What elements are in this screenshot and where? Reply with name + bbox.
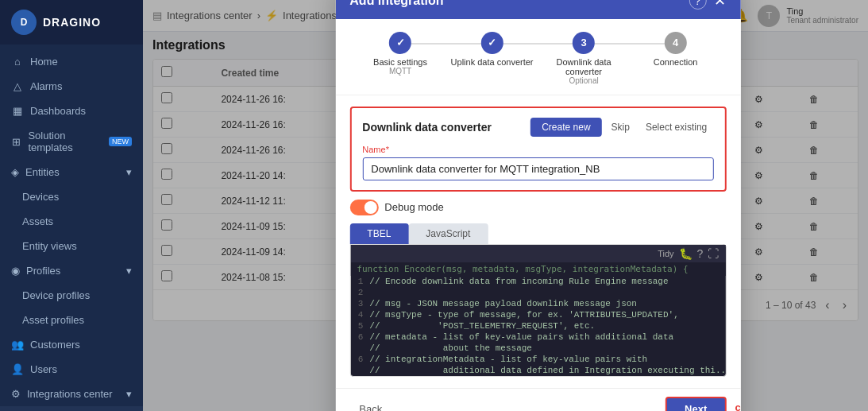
entity-views-label: Entity views	[22, 240, 77, 252]
back-button[interactable]: Back	[349, 398, 392, 412]
debug-label: Debug mode	[384, 201, 443, 213]
sidebar-item-device-profiles[interactable]: Device profiles	[0, 283, 143, 308]
code-line: // about the message	[350, 343, 725, 354]
sidebar-item-integrations[interactable]: Integrations	[0, 406, 143, 411]
sidebar-item-label: Customers	[30, 339, 80, 351]
sidebar-item-users[interactable]: 👤 Users	[0, 357, 143, 382]
line-number: 1	[350, 277, 369, 286]
sidebar-item-dashboards[interactable]: ▦ Dashboards	[0, 99, 143, 123]
sidebar-item-asset-profiles[interactable]: Asset profiles	[0, 308, 143, 332]
dashboards-icon: ▦	[11, 105, 24, 117]
name-input[interactable]	[362, 157, 713, 180]
bug-icon[interactable]: 🐛	[679, 247, 692, 260]
logo-icon: D	[11, 10, 37, 35]
sidebar-logo: D DRAGINO	[0, 0, 143, 45]
line-code: // about the message	[369, 343, 532, 353]
sidebar-item-home[interactable]: ⌂ Home	[0, 49, 143, 74]
sidebar-item-entity-views[interactable]: Entity views	[0, 234, 143, 258]
sidebar-item-profiles[interactable]: ◉ Profiles ▾	[0, 258, 143, 283]
select-existing-button[interactable]: Select existing	[639, 118, 713, 137]
sidebar-item-label: Dashboards	[30, 105, 86, 117]
integrations-center-icon: ⚙	[11, 388, 21, 400]
sidebar-item-label: Home	[30, 56, 58, 68]
sidebar-item-assets[interactable]: Assets	[0, 209, 143, 234]
code-line: 6// integrationMetadata - list of key-va…	[350, 354, 725, 365]
line-number	[350, 343, 369, 353]
assets-label: Assets	[22, 215, 53, 227]
code-lines: 1// Encode downlink data from incoming R…	[350, 276, 725, 376]
logo-text: DRAGINO	[43, 16, 101, 29]
chevron-down-icon: ▾	[126, 265, 132, 277]
code-line: 5// 'POST_TELEMETRY_REQUEST', etc.	[350, 320, 725, 332]
line-code: // metadata - list of key-value pairs wi…	[369, 332, 673, 342]
line-number: 2	[350, 288, 369, 297]
sidebar-item-integrations-center[interactable]: ⚙ Integrations center ▾	[0, 382, 143, 406]
downlink-title: Downlink data converter	[362, 121, 492, 134]
close-modal-button[interactable]: ✕	[714, 0, 726, 8]
debug-row: Debug mode	[349, 200, 726, 215]
code-tabs: TBEL JavaScript	[349, 223, 726, 244]
devices-label: Devices	[22, 191, 59, 203]
name-field-label: Name*	[362, 145, 713, 154]
toggle-knob	[364, 201, 376, 214]
line-code: // additional data defined in Integratio…	[369, 366, 725, 375]
step-4: 4 Connection	[630, 32, 722, 67]
line-number: 3	[350, 299, 369, 308]
line-number: 6	[350, 332, 369, 342]
debug-toggle[interactable]	[349, 200, 378, 215]
modal-body: Downlink data converter Create new Skip …	[335, 95, 740, 388]
step-3-label: Downlink data converter	[538, 57, 630, 76]
asset-profiles-label: Asset profiles	[22, 314, 84, 326]
next-button[interactable]: Next	[665, 397, 726, 412]
sidebar-item-devices[interactable]: Devices	[0, 184, 143, 209]
chevron-down-icon: ▾	[126, 388, 132, 400]
modal-footer: Back Next click	[335, 388, 740, 412]
sidebar-item-label: Entities	[25, 166, 60, 178]
chevron-down-icon: ▾	[126, 166, 132, 178]
sidebar-item-solution-templates[interactable]: ⊞ Solution templates NEW	[0, 123, 143, 160]
line-code: // msgType - type of message, for ex. 'A…	[369, 310, 678, 320]
step-3-sublabel: Optional	[569, 76, 598, 85]
main-content: ▤ Integrations center › ⚡ Integrations +…	[143, 0, 868, 411]
step-1-sublabel: MQTT	[389, 67, 411, 76]
add-integration-modal: Add integration ? ✕ ✓ Basic settings MQT…	[335, 0, 740, 411]
new-badge: NEW	[109, 137, 132, 146]
code-line: 1// Encode downlink data from incoming R…	[350, 276, 725, 287]
code-editor: Tidy 🐛 ? ⛶ function Encoder(msg, metadat…	[349, 244, 726, 377]
sidebar-item-label: Alarms	[30, 80, 62, 92]
code-line: // additional data defined in Integratio…	[350, 365, 725, 376]
click-annotation: click	[735, 401, 740, 412]
step-2-circle: ✓	[481, 32, 503, 54]
tab-tbel[interactable]: TBEL	[349, 223, 408, 244]
step-1-circle: ✓	[389, 32, 411, 54]
next-wrapper: Next click	[665, 397, 726, 412]
entities-icon: ◈	[11, 166, 19, 178]
step-4-circle: 4	[665, 32, 687, 54]
create-new-button[interactable]: Create new	[530, 118, 601, 137]
users-icon: 👤	[11, 363, 24, 375]
step-1-label: Basic settings	[373, 57, 427, 67]
skip-button[interactable]: Skip	[605, 118, 636, 137]
profiles-icon: ◉	[11, 265, 20, 277]
code-line: 4// msgType - type of message, for ex. '…	[350, 309, 725, 320]
code-toolbar: Tidy 🐛 ? ⛶	[350, 245, 725, 262]
sidebar-item-entities[interactable]: ◈ Entities ▾	[0, 160, 143, 184]
line-code: // msg - JSON message payload downlink m…	[369, 299, 637, 308]
sidebar-item-alarms[interactable]: △ Alarms	[0, 74, 143, 99]
downlink-section: Downlink data converter Create new Skip …	[349, 107, 726, 192]
alarms-icon: △	[11, 80, 24, 92]
tab-javascript[interactable]: JavaScript	[408, 223, 488, 244]
modal-header: Add integration ? ✕	[335, 0, 740, 19]
solution-templates-icon: ⊞	[11, 136, 21, 148]
line-number: 6	[350, 355, 369, 364]
modal-header-actions: ? ✕	[689, 0, 726, 10]
sidebar-item-label: Solution templates	[28, 130, 99, 153]
downlink-actions: Create new Skip Select existing	[530, 118, 713, 137]
help-code-icon[interactable]: ?	[697, 247, 704, 260]
line-number: 5	[350, 321, 369, 331]
function-sig: function Encoder(msg, metadata, msgType,…	[350, 262, 725, 276]
help-button[interactable]: ?	[689, 0, 706, 10]
steps-indicator: ✓ Basic settings MQTT ✓ Uplink data conv…	[335, 19, 740, 95]
sidebar-item-customers[interactable]: 👥 Customers	[0, 332, 143, 357]
expand-icon[interactable]: ⛶	[708, 247, 719, 260]
